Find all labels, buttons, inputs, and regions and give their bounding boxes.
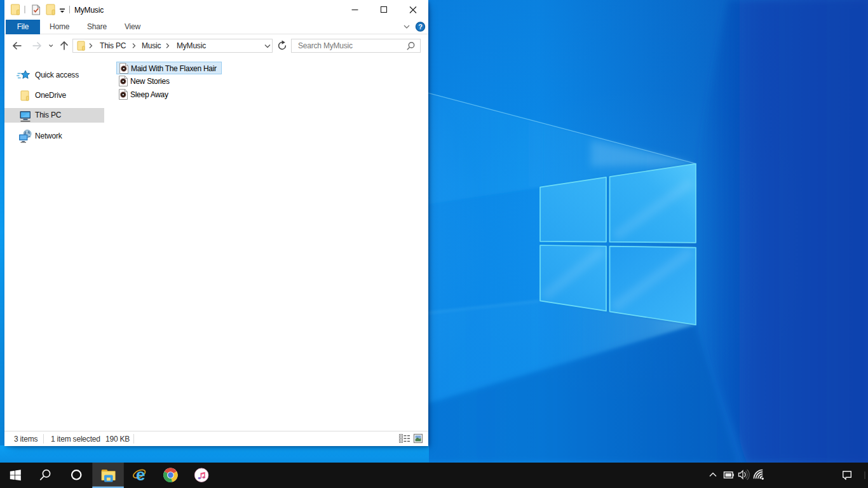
- svg-text:?: ?: [418, 23, 423, 30]
- svg-text:e: e: [136, 465, 145, 484]
